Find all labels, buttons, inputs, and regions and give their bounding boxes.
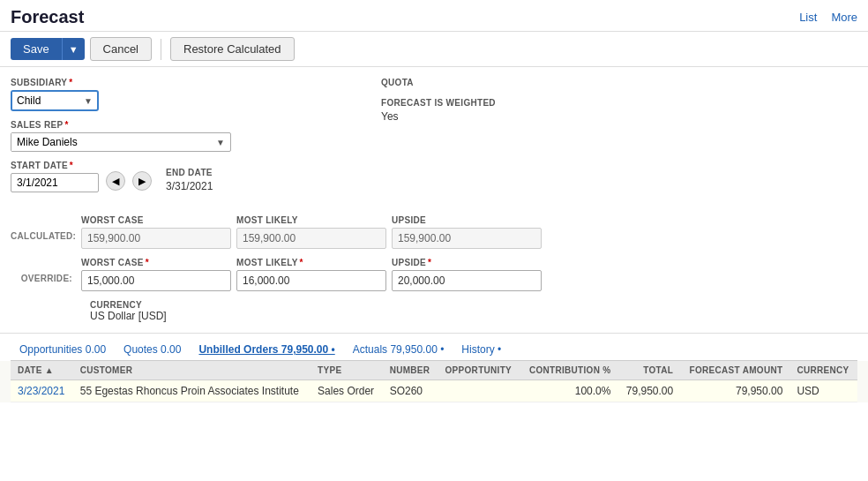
- tabs-section: Opportunities 0.00 Quotes 0.00 Unbilled …: [0, 333, 868, 361]
- sales-rep-required: *: [64, 120, 68, 130]
- sales-rep-dropdown-button[interactable]: ▼: [211, 135, 230, 150]
- sales-rep-wrapper: ▼: [11, 132, 231, 152]
- cell-total: 79,950.00: [617, 380, 680, 402]
- date-row: START DATE* ◀ ▶ END DATE 3/31/2021: [11, 161, 346, 192]
- cell-customer: 55 Egestas Rhoncus Proin Associates Inst…: [73, 380, 311, 402]
- override-upside-label: UPSIDE*: [392, 258, 542, 267]
- date-field-group: START DATE* ◀ ▶ END DATE 3/31/2021: [11, 161, 346, 192]
- tab-opportunities[interactable]: Opportunities 0.00: [11, 339, 115, 360]
- override-worst-case-required: *: [146, 258, 149, 267]
- calc-most-likely-field: MOST LIKELY: [236, 215, 386, 249]
- weighted-label: FORECAST IS WEIGHTED: [381, 98, 857, 108]
- calc-worst-case-field: WORST CASE: [81, 215, 231, 249]
- override-worst-case-label: WORST CASE*: [81, 258, 231, 267]
- currency-label: CURRENCY: [90, 300, 167, 310]
- date-link[interactable]: 3/23/2021: [18, 385, 64, 397]
- quota-label: QUOTA: [381, 78, 857, 87]
- tabs-bar: Opportunities 0.00 Quotes 0.00 Unbilled …: [11, 334, 857, 361]
- restore-calculated-button[interactable]: Restore Calculated: [170, 37, 295, 61]
- nav-list[interactable]: List: [799, 11, 817, 24]
- currency-info: CURRENCY US Dollar [USD]: [90, 300, 167, 322]
- override-worst-case-field: WORST CASE*: [81, 258, 231, 291]
- cancel-button[interactable]: Cancel: [90, 37, 152, 61]
- tab-quotes[interactable]: Quotes 0.00: [115, 339, 190, 360]
- calculated-row: CALCULATED: WORST CASE MOST LIKELY UPSID…: [11, 215, 857, 249]
- cell-date: 3/23/2021: [11, 380, 73, 402]
- form-left: SUBSIDIARY* ▼ SALES REP* ▼ START DATE*: [11, 78, 346, 201]
- col-header-number: NUMBER: [383, 361, 438, 380]
- calc-worst-case-label: WORST CASE: [81, 215, 231, 225]
- table-header-row: DATE ▲ CUSTOMER TYPE NUMBER OPPORTUNITY …: [11, 361, 857, 380]
- sales-rep-input[interactable]: [11, 133, 211, 151]
- col-header-customer: CUSTOMER: [73, 361, 311, 380]
- calc-most-likely-label: MOST LIKELY: [236, 215, 386, 225]
- subsidiary-field-group: SUBSIDIARY* ▼: [11, 78, 346, 111]
- override-upside-required: *: [428, 258, 431, 267]
- col-header-total: TOTAL: [617, 361, 680, 380]
- save-button-group: Save ▼: [11, 38, 85, 60]
- sales-rep-label: SALES REP*: [11, 120, 346, 130]
- save-button[interactable]: Save: [11, 38, 62, 60]
- override-most-likely-label: MOST LIKELY*: [236, 258, 386, 267]
- quota-field-group: QUOTA: [381, 78, 857, 87]
- toolbar-divider: [161, 39, 161, 60]
- form-area: SUBSIDIARY* ▼ SALES REP* ▼ START DATE*: [0, 67, 868, 201]
- cell-number: SO260: [383, 380, 438, 402]
- data-table: DATE ▲ CUSTOMER TYPE NUMBER OPPORTUNITY …: [11, 361, 857, 402]
- page-title: Forecast: [11, 7, 84, 27]
- page-header: Forecast List More: [0, 0, 868, 32]
- tab-history[interactable]: History •: [453, 339, 510, 360]
- end-date-field-group: END DATE 3/31/2021: [166, 168, 213, 192]
- start-date-required: *: [70, 161, 73, 170]
- calc-upside-field: UPSIDE: [392, 215, 542, 249]
- calc-upside-label: UPSIDE: [392, 215, 542, 225]
- currency-value: US Dollar [USD]: [90, 310, 167, 322]
- col-header-date: DATE ▲: [11, 361, 73, 380]
- end-date-value: 3/31/2021: [166, 180, 213, 192]
- override-most-likely-input[interactable]: [236, 270, 386, 291]
- cell-opportunity: [438, 380, 520, 402]
- override-row: OVERRIDE: WORST CASE* MOST LIKELY* UPSID…: [11, 258, 857, 291]
- col-header-type: TYPE: [311, 361, 383, 380]
- subsidiary-required: *: [69, 78, 72, 87]
- toolbar: Save ▼ Cancel Restore Calculated: [0, 32, 868, 67]
- start-date-input[interactable]: [11, 173, 99, 192]
- start-date-field-group: START DATE*: [11, 161, 99, 192]
- save-dropdown-button[interactable]: ▼: [62, 38, 85, 60]
- override-row-label: OVERRIDE:: [11, 258, 81, 283]
- subsidiary-input[interactable]: [12, 92, 79, 109]
- calc-worst-case-input: [81, 228, 231, 249]
- end-date-label: END DATE: [166, 168, 213, 177]
- subsidiary-dropdown-button[interactable]: ▼: [79, 94, 97, 109]
- calculated-row-label: CALCULATED:: [11, 215, 81, 241]
- nav-more[interactable]: More: [831, 11, 857, 24]
- override-upside-input[interactable]: [392, 270, 542, 291]
- currency-row: CURRENCY US Dollar [USD]: [81, 300, 857, 322]
- tab-actuals[interactable]: Actuals 79,950.00 •: [344, 339, 453, 360]
- date-prev-button[interactable]: ◀: [106, 171, 125, 191]
- cell-contribution: 100.0%: [520, 380, 618, 402]
- override-most-likely-required: *: [300, 258, 303, 267]
- date-next-button[interactable]: ▶: [132, 171, 152, 191]
- col-header-contribution: CONTRIBUTION %: [520, 361, 618, 380]
- start-date-label: START DATE*: [11, 161, 99, 170]
- override-most-likely-field: MOST LIKELY*: [236, 258, 386, 291]
- data-table-wrapper: DATE ▲ CUSTOMER TYPE NUMBER OPPORTUNITY …: [0, 361, 868, 402]
- col-header-opportunity: OPPORTUNITY: [438, 361, 520, 380]
- override-worst-case-input[interactable]: [81, 270, 231, 291]
- cell-currency: USD: [789, 380, 857, 402]
- cell-forecast-amount: 79,950.00: [680, 380, 789, 402]
- calc-most-likely-input: [236, 228, 386, 249]
- col-header-forecast-amount: FORECAST AMOUNT: [680, 361, 789, 380]
- sales-rep-field-group: SALES REP* ▼: [11, 120, 346, 152]
- header-nav: List More: [799, 11, 857, 24]
- cell-type: Sales Order: [311, 380, 383, 402]
- weighted-value: Yes: [381, 110, 857, 123]
- form-right: QUOTA FORECAST IS WEIGHTED Yes: [381, 78, 857, 201]
- col-header-currency: CURRENCY: [789, 361, 857, 380]
- tab-unbilled-orders[interactable]: Unbilled Orders 79,950.00 •: [190, 339, 343, 360]
- subsidiary-wrapper: ▼: [11, 90, 99, 111]
- table-row: 3/23/2021 55 Egestas Rhoncus Proin Assoc…: [11, 380, 857, 402]
- override-fields: WORST CASE* MOST LIKELY* UPSIDE*: [81, 258, 542, 291]
- subsidiary-label: SUBSIDIARY*: [11, 78, 346, 87]
